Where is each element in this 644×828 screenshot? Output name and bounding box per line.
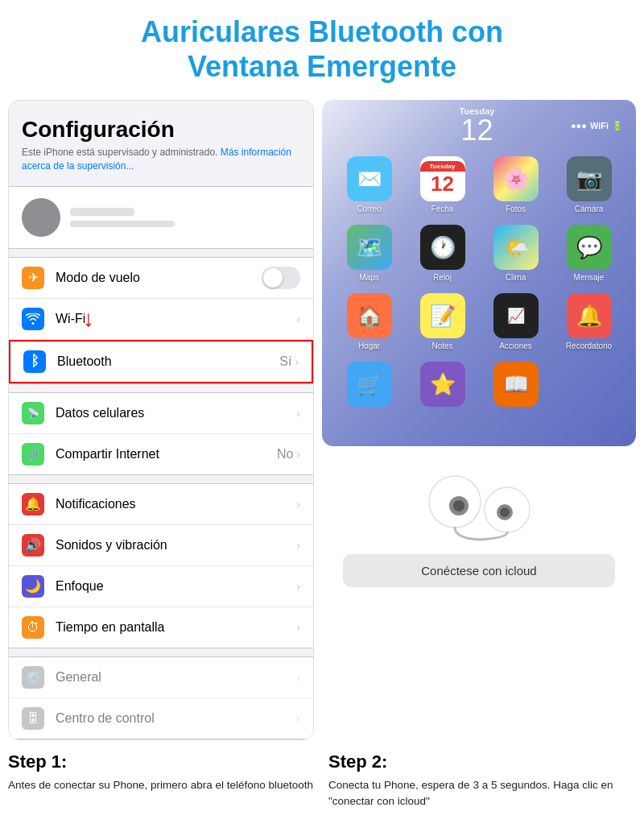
app-fecha[interactable]: Tuesday 12 Fecha: [411, 156, 473, 213]
item-label-control: Centro de control: [56, 711, 296, 726]
app-notes[interactable]: 📝 Notes: [411, 293, 473, 350]
app-fotos[interactable]: 🌸 Fotos: [485, 156, 547, 213]
app-book[interactable]: 📖: [485, 362, 547, 410]
red-arrow: ↓: [83, 308, 94, 330]
profile-name: [70, 208, 134, 216]
settings-item-sounds[interactable]: 🔊 Sonidos y vibración ›: [9, 525, 313, 566]
item-label-bluetooth: Bluetooth: [57, 354, 279, 369]
app-reloj[interactable]: 🕐 Reloj: [411, 225, 473, 282]
app-maps[interactable]: 🗺️ Maps: [338, 225, 400, 282]
svg-point-5: [500, 507, 510, 517]
control-icon: 🎛: [22, 707, 44, 730]
page-title: Auriculares Bluetooth conVentana Emergen…: [0, 0, 644, 92]
settings-item-screentime[interactable]: ⏱ Tiempo en pantalla ›: [9, 607, 313, 648]
hotspot-value: No: [277, 447, 293, 462]
cellular-icon: 📡: [22, 402, 44, 424]
status-bar: Tuesday 12 ●●● WiFi 🔋: [322, 100, 636, 148]
profile-row[interactable]: [9, 186, 313, 249]
step-1-desc: Antes de conectar su Phone, primero abra…: [8, 777, 316, 793]
steps-section: Step 1: Antes de conectar su Phone, prim…: [0, 740, 644, 818]
app-grid: ✉️ Correo Tuesday 12 Fecha 🌸 Fotos 📷 C: [322, 148, 636, 418]
connect-button[interactable]: Conéctese con icloud: [343, 554, 615, 587]
profile-desc: [70, 221, 175, 227]
app-correo[interactable]: ✉️ Correo: [338, 156, 400, 213]
svg-point-2: [453, 500, 464, 511]
settings-item-focus[interactable]: 🌙 Enfoque ›: [9, 566, 313, 607]
hotspot-icon: 🔗: [22, 443, 44, 466]
chevron-general: ›: [296, 671, 300, 684]
main-columns: Configuración Este iPhone está supervisa…: [0, 92, 644, 740]
status-date: Tuesday 12: [460, 106, 495, 145]
step-2-block: Step 2: Conecta tu Phone, espera de 3 a …: [328, 751, 636, 810]
right-column: Tuesday 12 ●●● WiFi 🔋 ✉️ Correo: [322, 100, 636, 740]
airplane-icon: ✈: [22, 267, 44, 289]
item-label-cellular: Datos celulares: [56, 406, 296, 420]
bluetooth-value: Sí: [279, 354, 291, 369]
settings-item-control[interactable]: 🎛 Centro de control ›: [9, 698, 313, 739]
avatar: [22, 198, 60, 237]
chevron-bluetooth: ›: [295, 355, 299, 368]
item-label-airplane: Modo de vuelo: [56, 271, 262, 285]
item-label-sounds: Sonidos y vibración: [56, 538, 296, 553]
settings-panel: Configuración Este iPhone está supervisa…: [8, 100, 314, 740]
focus-icon: 🌙: [22, 575, 44, 598]
app-mensaje[interactable]: 💬 Mensaje: [558, 225, 620, 282]
app-acciones[interactable]: 📈 Acciones: [485, 293, 547, 350]
app-appstore[interactable]: 🛒: [338, 362, 400, 410]
chevron-sounds: ›: [296, 539, 300, 552]
wifi-icon: [22, 308, 44, 330]
settings-item-cellular[interactable]: 📡 Datos celulares ›: [9, 393, 313, 434]
chevron-notifications: ›: [296, 498, 300, 511]
item-label-focus: Enfoque: [56, 579, 296, 594]
screentime-icon: ⏱: [22, 616, 44, 639]
notifications-icon: 🔔: [22, 493, 44, 515]
app-faceapp[interactable]: ⭐: [411, 362, 473, 410]
status-day: Tuesday: [460, 106, 495, 116]
item-label-general: General: [56, 670, 296, 685]
chevron-focus: ›: [296, 580, 300, 593]
settings-header: Configuración Este iPhone está supervisa…: [9, 101, 313, 178]
step-1-title: Step 1:: [8, 751, 316, 772]
chevron-control: ›: [296, 712, 300, 725]
settings-item-hotspot[interactable]: 🔗 Compartir Internet No ›: [9, 434, 313, 474]
settings-item-airplane[interactable]: ✈ Modo de vuelo: [9, 258, 313, 299]
step-1-block: Step 1: Antes de conectar su Phone, prim…: [8, 751, 316, 810]
chevron-screentime: ›: [296, 621, 300, 634]
settings-group-4: ⚙️ General › 🎛 Centro de control ›: [9, 656, 313, 739]
app-recordatorio[interactable]: 🔔 Recordatorio: [558, 293, 620, 350]
item-label-screentime: Tiempo en pantalla: [56, 620, 296, 635]
settings-group-2: 📡 Datos celulares › 🔗 Compartir Internet…: [9, 392, 313, 475]
earphone-popup: Conéctese con icloud: [330, 453, 628, 600]
app-hogar[interactable]: 🏠 Hogar: [338, 293, 400, 350]
earphone-illustration: [415, 466, 543, 546]
chevron-cellular: ›: [296, 407, 300, 420]
settings-item-wifi[interactable]: Wi-Fi ›: [9, 299, 313, 340]
settings-item-notifications[interactable]: 🔔 Notificaciones ›: [9, 484, 313, 525]
item-label-notifications: Notificaciones: [56, 497, 296, 511]
settings-group-3: 🔔 Notificaciones › 🔊 Sonidos y vibración…: [9, 483, 313, 648]
sounds-icon: 🔊: [22, 534, 44, 557]
status-date-num: 12: [460, 116, 495, 145]
step-2-desc: Conecta tu Phone, espera de 3 a 5 segund…: [328, 777, 636, 810]
app-camara[interactable]: 📷 Cámara: [558, 156, 620, 213]
chevron-hotspot: ›: [296, 448, 300, 461]
bluetooth-icon: ᛒ: [23, 350, 46, 373]
phone-mockup: Tuesday 12 ●●● WiFi 🔋 ✉️ Correo: [322, 100, 636, 446]
settings-group-1: ✈ Modo de vuelo Wi-Fi › ᛒ: [9, 257, 313, 384]
general-icon: ⚙️: [22, 666, 44, 689]
app-clima[interactable]: 🌤️ Clima: [485, 225, 547, 282]
settings-title: Configuración: [22, 117, 300, 143]
settings-item-bluetooth[interactable]: ᛒ Bluetooth Sí › ↓: [9, 340, 313, 383]
chevron-wifi: ›: [296, 313, 300, 325]
item-label-hotspot: Compartir Internet: [56, 447, 277, 462]
settings-subtitle: Este iPhone está supervisado y administr…: [22, 146, 300, 173]
step-2-title: Step 2:: [328, 751, 636, 772]
settings-item-general[interactable]: ⚙️ General ›: [9, 657, 313, 698]
airplane-toggle[interactable]: [262, 267, 300, 289]
